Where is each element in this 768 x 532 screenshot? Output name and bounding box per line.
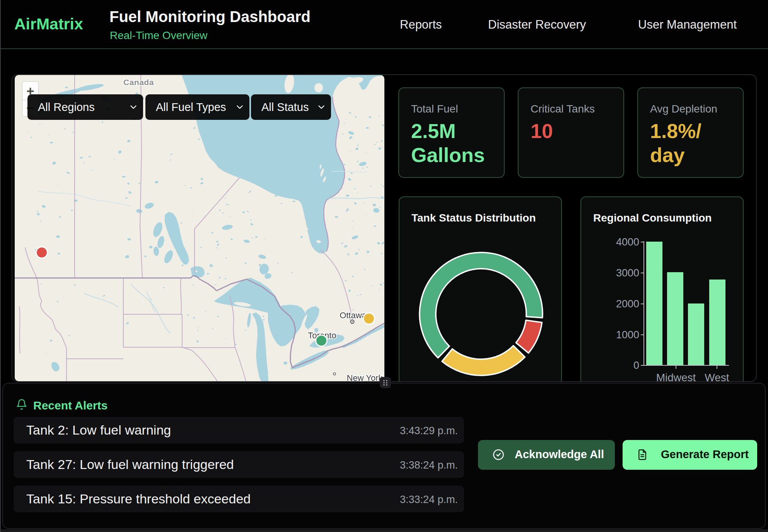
svg-text:3000: 3000 [616,267,639,279]
svg-text:Canada: Canada [123,78,154,87]
svg-text:New York: New York [347,373,383,381]
svg-text:4000: 4000 [616,236,639,248]
svg-text:Midwest: Midwest [656,372,696,382]
svg-text:West: West [705,372,729,382]
svg-text:0: 0 [633,360,639,371]
svg-text:1000: 1000 [616,329,639,341]
svg-text:2000: 2000 [616,298,639,310]
